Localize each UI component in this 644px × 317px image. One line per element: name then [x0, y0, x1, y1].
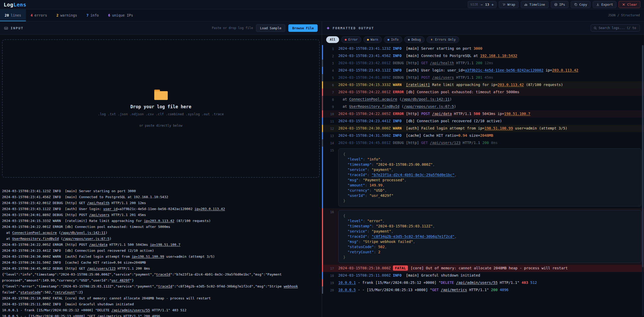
seg-ip[interactable]: 203.0.113.42 [552, 68, 578, 72]
filter-info[interactable]: Info [384, 36, 402, 43]
log-row[interactable]: 122024-03-15T08:24:30.000Z WARN [auth] F… [322, 125, 644, 132]
seg-ip[interactable]: 203.0.113.42 [497, 83, 524, 87]
scrollbar-thumb[interactable] [642, 45, 643, 267]
timeline-button[interactable]: Timeline [521, 1, 548, 8]
seg-iplink[interactable]: 10.0.0.5 [338, 288, 356, 292]
filter-all[interactable]: All [326, 36, 339, 43]
seg-fn[interactable]: ConnectionPool.acquire [349, 97, 397, 101]
seg-punct: , [383, 219, 385, 223]
log-row[interactable]: 72024-03-15T08:24:22.001Z ERROR [db] Con… [322, 89, 644, 96]
raw-log-editor[interactable]: 2024-03-15T08:23:41.123Z INFO [main] Ser… [2, 188, 320, 317]
seg-uuid[interactable]: "c8f34g2b-e3d5-5c02-9f4d-30b6g7e1f2cd" [372, 234, 455, 239]
log-row[interactable]: 62024-03-15T08:24:15.333Z WARN [ratelimi… [322, 81, 644, 89]
log-row[interactable]: 102024-03-15T08:24:22.005Z ERROR [http] … [322, 110, 644, 118]
log-row[interactable]: 2010.0.0.5 - - [15/Mar/2024:08:25:13 +00… [322, 286, 644, 294]
log-row[interactable]: 22024-03-15T08:23:41.456Z INFO [main] Co… [322, 52, 644, 60]
raw-log-line: 2024-03-15T08:24:15.333Z WARN [ratelimit… [2, 218, 320, 224]
filter-errors-only[interactable]: Errors Only [427, 36, 459, 43]
log-row[interactable]: 12024-03-15T08:23:41.123Z INFO [main] Se… [322, 45, 644, 52]
seg-path[interactable]: /api/users/123 [430, 141, 460, 145]
seg-fn[interactable]: UserRepository.findById [349, 104, 399, 109]
browse-file-button[interactable]: Browse File [288, 24, 318, 32]
log-row[interactable]: 142024-03-15T08:24:45.001Z DEBUG [http] … [322, 139, 644, 147]
parse-mode-label[interactable]: JSON / Structured [604, 9, 644, 21]
copy-button[interactable]: Copy [571, 1, 590, 8]
stat-errors[interactable]: 4errors [26, 9, 52, 21]
dropzone[interactable]: Drop your log file here .log .txt .json … [2, 39, 320, 178]
seg-ip[interactable]: 198.51.100.99 [485, 126, 513, 130]
seg-ip[interactable]: 192.168.1.10:5432 [480, 54, 517, 58]
seg-text: Failed login attempt from ip= [419, 126, 485, 130]
raw-text: HTTP/1.1" 200 4096 [122, 314, 160, 317]
log-line-content: { "level": "error", "timestamp": "2024-0… [334, 208, 644, 265]
raw-log-line: 2024-03-15T08:24:22.001Z ERROR [db] Conn… [2, 224, 320, 230]
filter-warn[interactable]: Warn [363, 36, 382, 43]
search-input[interactable] [599, 26, 637, 30]
seg-punct: , [385, 188, 387, 192]
seg-text: User login: user_id= [419, 68, 465, 72]
seg-text [401, 68, 406, 72]
stat-lines[interactable]: 20lines [0, 9, 26, 21]
log-row[interactable]: 8 at ConnectionPool.acquire (/app/db/poo… [322, 96, 644, 103]
timeline-icon [524, 3, 528, 6]
json-line: "msg": "Payment processed", [343, 177, 636, 183]
log-row[interactable]: 132024-03-15T08:24:31.500Z INFO [cache] … [322, 132, 644, 139]
search-box[interactable] [591, 24, 640, 32]
filter-error[interactable]: Error [341, 36, 361, 43]
log-row[interactable]: 42024-03-15T08:23:43.112Z INFO [auth] Us… [322, 67, 644, 74]
log-line-content: 2024-03-15T08:23:41.123Z INFO [main] Ser… [334, 45, 482, 52]
seg-path[interactable]: /app/repos/user.js:67:5 [404, 104, 454, 109]
filter-label: Error [348, 38, 358, 41]
stat-unique-IPs[interactable]: 6unique IPs [104, 9, 138, 21]
seg-lvl: INFO [393, 68, 402, 72]
seg-path[interactable]: /api/health [430, 61, 454, 65]
wrap-button[interactable]: Wrap [499, 1, 518, 8]
log-row[interactable]: 112024-03-15T08:24:23.441Z INFO [db] Con… [322, 118, 644, 125]
seg-dur: 8ms [489, 141, 498, 145]
size-increase-button[interactable]: + [492, 3, 494, 6]
log-row[interactable]: 1910.0.0.1 - frank [15/Mar/2024:08:25:12… [322, 279, 644, 286]
log-line-content: at UserRepository.findById (/app/repos/u… [334, 103, 456, 110]
log-row[interactable]: 182024-03-15T08:25:11.000Z INFO [main] G… [322, 272, 644, 279]
log-row[interactable]: 52024-03-15T08:24:01.889Z DEBUG [http] P… [322, 74, 644, 81]
seg-ip[interactable]: 198.51.100.7 [504, 112, 530, 116]
line-number: 3 [323, 60, 334, 67]
underlined-token: /app/repos/user.js:67:5 [63, 237, 109, 241]
log-row[interactable]: 9 at UserRepository.findById (/app/repos… [322, 103, 644, 110]
filter-debug[interactable]: Debug [404, 36, 425, 43]
line-number: 1 [323, 45, 334, 52]
size-decrease-button[interactable]: − [481, 3, 483, 6]
json-line: "level": "error", [343, 218, 636, 224]
seg-iplink[interactable]: 10.0.0.1 [338, 280, 356, 285]
ips-button[interactable]: IPs [551, 1, 569, 8]
seg-punct: , [433, 162, 435, 167]
seg-uuid[interactable]: a3f9b21c-4e5d-11ee-be56-0242ac120002 [465, 68, 543, 72]
seg-path[interactable]: /api/users [432, 75, 454, 80]
seg-uuid[interactable]: "b7e23f1a-d2c4-4b91-8e3c-29a5f6d0e1bc" [372, 173, 455, 177]
raw-text: HTTP/1.1" 403 512 [150, 308, 186, 312]
seg-path[interactable]: /api/admin/users/55 [456, 280, 497, 285]
seg-path[interactable]: /api/data [432, 112, 452, 116]
load-sample-button[interactable]: Load Sample [256, 24, 285, 32]
export-button[interactable]: Export [593, 1, 616, 8]
seg-tag: [main] [406, 46, 419, 51]
seg-ts: 2024-03-15T08:24:22.001Z [338, 90, 393, 94]
raw-text: 2024-03-15T08:23:43.112Z INFO [auth] Use… [2, 207, 103, 211]
seg-text: Connection pool recovered (2/10 active) [415, 119, 502, 123]
raw-text: 2024-03-15T08:25:10.000Z FATAL [core] Ou… [2, 296, 211, 300]
log-row[interactable]: 16{ "level": "error", "timestamp": "2024… [322, 208, 644, 265]
seg-path[interactable]: /api/metrics [441, 288, 467, 292]
scrollbar[interactable] [642, 45, 643, 316]
log-line-content: 2024-03-15T08:23:42.001Z DEBUG [http] GE… [334, 60, 493, 67]
raw-text: HTTP/1.1 500 5043ms [107, 243, 150, 247]
seg-str: "Stripe webhook failed" [363, 240, 413, 244]
log-row[interactable]: 32024-03-15T08:23:42.001Z DEBUG [http] G… [322, 60, 644, 67]
seg-path[interactable]: /app/db/pool.js:142:11 [401, 97, 449, 101]
stat-info[interactable]: 7info [82, 9, 104, 21]
seg-text [401, 126, 406, 130]
clear-button[interactable]: Clear [619, 1, 640, 8]
log-row[interactable]: 15{ "level": "info", "timestamp": "2024-… [322, 147, 644, 208]
stat-warnings[interactable]: 2warnings [52, 9, 82, 21]
log-row[interactable]: 172024-03-15T08:25:10.000Z FATAL [core] … [322, 265, 644, 272]
seg-text [343, 193, 348, 198]
